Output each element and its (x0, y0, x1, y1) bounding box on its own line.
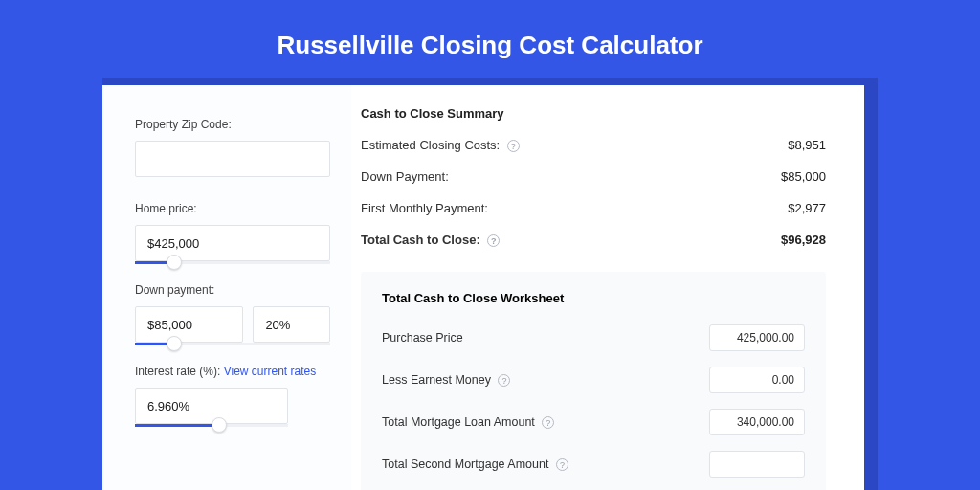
summary-row: Down Payment: $85,000 (361, 169, 826, 184)
help-icon[interactable]: ? (507, 140, 520, 152)
home-price-input[interactable] (135, 225, 330, 261)
worksheet-row: Less Earnest Money ? (382, 367, 805, 393)
second-mortgage-input[interactable] (709, 451, 805, 478)
summary-label: Estimated Closing Costs: (361, 138, 500, 152)
mortgage-loan-input[interactable] (709, 409, 805, 435)
page-title: Russellville Closing Cost Calculator (0, 0, 980, 78)
help-icon[interactable]: ? (542, 416, 554, 429)
slider-track (135, 343, 330, 345)
help-icon[interactable]: ? (487, 234, 500, 247)
interest-field-group: Interest rate (%): View current rates (135, 365, 330, 427)
down-payment-input[interactable] (135, 306, 243, 343)
interest-label: Interest rate (%): (135, 365, 220, 378)
summary-label: Down Payment: (361, 169, 449, 184)
summary-value: $8,951 (788, 138, 826, 152)
worksheet-row: Purchase Price (382, 324, 805, 351)
worksheet-label: Less Earnest Money (382, 373, 491, 387)
down-payment-label: Down payment: (135, 283, 330, 297)
summary-heading: Cash to Close Summary (361, 106, 826, 121)
worksheet-row: Total Mortgage Loan Amount ? (382, 409, 805, 435)
zip-input[interactable] (135, 141, 330, 177)
worksheet-heading: Total Cash to Close Worksheet (382, 291, 805, 305)
interest-input[interactable] (135, 388, 288, 424)
zip-field-group: Property Zip Code: (135, 118, 330, 181)
inputs-panel: Property Zip Code: Home price: Down paym… (102, 85, 351, 490)
summary-value: $85,000 (781, 169, 826, 184)
down-payment-slider[interactable] (135, 343, 330, 345)
slider-thumb[interactable] (167, 336, 182, 351)
summary-total-label: Total Cash to Close: (361, 233, 480, 247)
worksheet-panel: Total Cash to Close Worksheet Purchase P… (361, 272, 826, 490)
summary-total-value: $96,928 (781, 233, 826, 247)
down-payment-field-group: Down payment: (135, 283, 330, 345)
earnest-money-input[interactable] (709, 367, 805, 393)
worksheet-label: Total Second Mortgage Amount (382, 457, 548, 471)
slider-thumb[interactable] (167, 255, 182, 270)
summary-row: First Monthly Payment: $2,977 (361, 201, 826, 215)
view-rates-link[interactable]: View current rates (224, 365, 317, 378)
worksheet-row: Total Second Mortgage Amount ? (382, 451, 805, 478)
calculator-card: Property Zip Code: Home price: Down paym… (102, 85, 864, 490)
slider-fill (135, 424, 219, 427)
slider-thumb[interactable] (212, 417, 227, 433)
home-price-field-group: Home price: (135, 202, 330, 264)
down-payment-pct-input[interactable] (253, 306, 330, 343)
home-price-slider[interactable] (135, 261, 330, 264)
slider-track (135, 424, 288, 427)
worksheet-label: Purchase Price (382, 331, 463, 345)
interest-slider[interactable] (135, 424, 288, 427)
worksheet-label: Total Mortgage Loan Amount (382, 415, 535, 429)
home-price-label: Home price: (135, 202, 330, 215)
summary-value: $2,977 (788, 201, 826, 215)
slider-track (135, 261, 330, 264)
results-panel: Cash to Close Summary Estimated Closing … (351, 85, 864, 490)
card-shadow: Property Zip Code: Home price: Down paym… (102, 78, 878, 490)
help-icon[interactable]: ? (498, 374, 510, 387)
zip-label: Property Zip Code: (135, 118, 330, 131)
interest-label-row: Interest rate (%): View current rates (135, 365, 330, 378)
summary-row: Estimated Closing Costs: ? $8,951 (361, 138, 826, 152)
summary-total-row: Total Cash to Close: ? $96,928 (361, 233, 826, 247)
help-icon[interactable]: ? (556, 458, 568, 471)
summary-label: First Monthly Payment: (361, 201, 488, 215)
purchase-price-input[interactable] (709, 324, 805, 351)
